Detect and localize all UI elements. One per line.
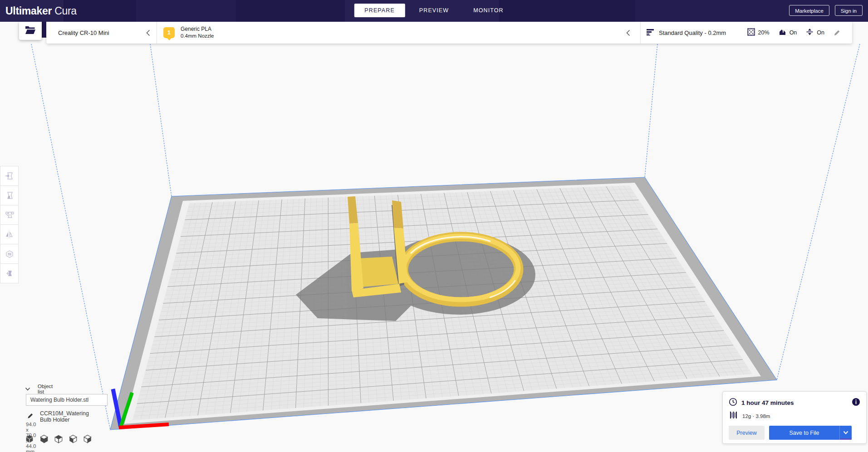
print-profile: Standard Quality - 0.2mm (659, 29, 726, 36)
tool-sidebar (0, 166, 19, 283)
layers-icon (647, 28, 654, 38)
nozzle-size: 0.4mm Nozzle (181, 33, 626, 39)
printer-name: Creality CR-10 Mini (58, 29, 146, 36)
stage-tabs: PREPARE PREVIEW MONITOR (354, 4, 514, 17)
print-action-panel: 1 hour 47 minutes 12g · 3.98m Preview Sa… (722, 391, 867, 444)
material-info: Generic PLA 0.4mm Nozzle (181, 26, 626, 39)
configuration-bar: Creality CR-10 Mini 1 Generic PLA 0.4mm … (46, 22, 852, 44)
view-left-button[interactable] (69, 434, 78, 443)
camera-view-buttons (25, 434, 92, 443)
view-3d-button[interactable] (25, 434, 34, 443)
chevron-left-icon (626, 29, 630, 36)
app-header: UltimakerCura PREPARE PREVIEW MONITOR Ma… (0, 0, 868, 22)
info-icon[interactable] (852, 398, 860, 408)
logo-product: Cura (54, 5, 77, 17)
filament-spool-icon (730, 411, 737, 421)
sign-in-button[interactable]: Sign in (835, 5, 863, 16)
infill-icon (747, 28, 755, 38)
save-to-file-button[interactable]: Save to File (769, 426, 839, 440)
adhesion-setting: On (806, 28, 824, 38)
preview-button[interactable]: Preview (729, 426, 765, 440)
mirror-tool-button[interactable] (0, 224, 19, 244)
pencil-icon (27, 413, 34, 421)
move-tool-button[interactable] (0, 166, 19, 186)
viewport-3d[interactable] (0, 0, 868, 452)
print-time-estimate: 1 hour 47 minutes (741, 399, 852, 406)
infill-setting: 20% (747, 28, 770, 38)
view-right-button[interactable] (83, 434, 92, 443)
header-gap (42, 22, 46, 38)
rotate-tool-button[interactable] (0, 205, 19, 225)
infill-value: 20% (758, 29, 770, 36)
project-name-row[interactable]: CCR10M_Watering Bulb Holder (27, 410, 89, 423)
support-setting: On (779, 28, 797, 38)
print-settings-selector[interactable]: Standard Quality - 0.2mm 20% On (641, 22, 852, 44)
support-blocker-tool-button[interactable] (0, 263, 19, 283)
printer-selector[interactable]: Creality CR-10 Mini (46, 22, 157, 44)
adhesion-value: On (817, 29, 824, 36)
marketplace-button[interactable]: Marketplace (789, 5, 829, 16)
chevron-left-icon (146, 29, 150, 36)
tab-prepare[interactable]: PREPARE (354, 4, 405, 17)
adhesion-icon (806, 28, 814, 38)
clock-icon (729, 398, 737, 408)
app-logo: UltimakerCura (5, 0, 77, 22)
support-value: On (790, 29, 797, 36)
material-selector[interactable]: 1 Generic PLA 0.4mm Nozzle (157, 22, 640, 44)
header-actions: Marketplace Sign in (789, 5, 863, 16)
edit-settings-button[interactable] (834, 29, 840, 36)
per-model-settings-tool-button[interactable] (0, 244, 19, 264)
object-list-header[interactable]: Object list (25, 384, 53, 394)
project-name: CCR10M_Watering Bulb Holder (40, 410, 89, 423)
chevron-down-icon (25, 385, 30, 393)
extruder-badge-icon: 1 (163, 27, 175, 38)
support-icon (779, 28, 786, 38)
object-list-item[interactable]: Watering Bulb Holder.stl (26, 394, 108, 406)
tab-monitor[interactable]: MONITOR (463, 4, 514, 17)
save-button-group: Save to File (769, 426, 852, 440)
open-file-button[interactable] (19, 22, 42, 40)
material-name: Generic PLA (181, 26, 626, 33)
material-usage-estimate: 12g · 3.98m (742, 413, 770, 419)
view-top-button[interactable] (54, 434, 63, 443)
open-folder-icon (25, 26, 36, 36)
object-list-title: Object list (38, 384, 53, 394)
tab-preview[interactable]: PREVIEW (409, 4, 459, 17)
logo-brand: Ultimaker (5, 5, 52, 17)
save-options-dropdown[interactable] (839, 426, 852, 440)
view-front-button[interactable] (39, 434, 49, 443)
scale-tool-button[interactable] (0, 185, 19, 205)
